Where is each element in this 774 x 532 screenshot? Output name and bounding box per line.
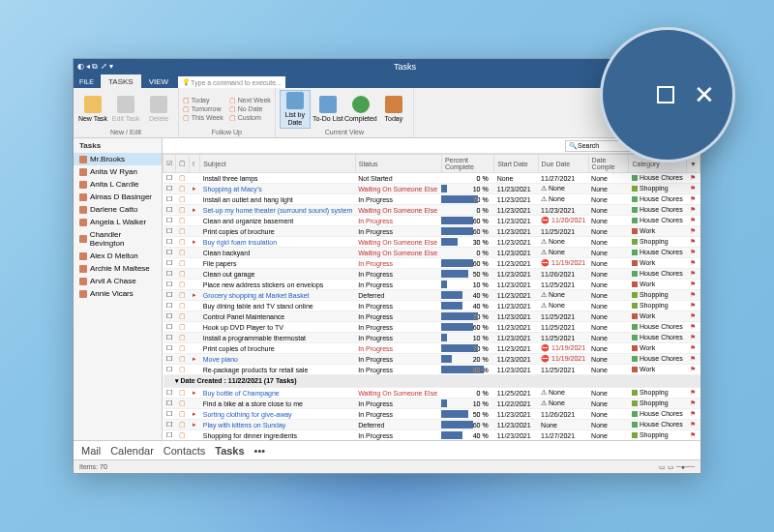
checkbox-icon[interactable]: ☐	[166, 270, 172, 277]
task-row[interactable]: ☐▢File papersIn Progress60 %11/23/2021⛔ …	[164, 258, 700, 269]
flag-icon[interactable]: ⚑	[690, 291, 696, 298]
flag-icon[interactable]: ⚑	[690, 238, 696, 245]
nav-more[interactable]: •••	[254, 445, 266, 457]
task-row[interactable]: ☐▢▸Buy bottle of ChampagneWaiting On Som…	[164, 388, 700, 399]
checkbox-icon[interactable]: ☐	[166, 399, 172, 406]
flag-icon[interactable]: ⚑	[690, 302, 696, 309]
edit-task-button[interactable]: Edit Task	[110, 90, 141, 129]
sidebar-item-person[interactable]: Chandler Bevington	[74, 228, 162, 250]
task-row[interactable]: ☐▢Find a bike at a store close to meIn P…	[164, 399, 700, 409]
checkbox-icon[interactable]: ☐	[166, 334, 172, 340]
flag-icon[interactable]: ⚑	[690, 389, 696, 396]
flag-icon[interactable]: ⚑	[690, 410, 696, 417]
task-row[interactable]: ☐▢Install a programmable thermostatIn Pr…	[164, 333, 700, 343]
flag-icon[interactable]: ⚑	[690, 174, 696, 181]
checkbox-icon[interactable]: ☐	[166, 355, 172, 362]
col-check[interactable]: ☑	[164, 155, 176, 173]
sidebar-item-person[interactable]: Almas D Basinger	[74, 191, 162, 203]
flag-icon[interactable]: ⚑	[690, 281, 696, 287]
checkbox-icon[interactable]: ☐	[166, 259, 172, 266]
command-box[interactable]: 💡 Type a command to execute...	[178, 76, 285, 88]
col-percent[interactable]: Percent Complete	[441, 155, 493, 173]
task-row[interactable]: ☐▢Buy dining table and TV stand onlineIn…	[164, 301, 700, 311]
qat[interactable]: ◐ ◂ ⧉ ⤢ ▾	[77, 62, 113, 72]
task-row[interactable]: ☐▢Re-package products for retail saleIn …	[164, 365, 700, 375]
flag-icon[interactable]: ⚑	[690, 217, 696, 223]
sidebar-item-person[interactable]: Anita L Cardle	[74, 178, 162, 191]
checkbox-icon[interactable]: ☐	[166, 389, 172, 396]
checkbox-icon[interactable]: ☐	[166, 195, 172, 202]
sidebar-item-person[interactable]: Arvil A Chase	[74, 275, 162, 287]
nav-mail[interactable]: Mail	[81, 445, 101, 457]
task-row[interactable]: ☐▢▸Grocery shopping at Market BasketDefe…	[164, 290, 700, 301]
task-row[interactable]: ☐▢Install an outlet and hang lightIn Pro…	[164, 194, 700, 205]
task-row[interactable]: ☐▢▸Sorting clothing for give-awayIn Prog…	[164, 409, 700, 420]
flag-icon[interactable]: ⚑	[690, 344, 696, 351]
flag-icon[interactable]: ⚑	[690, 399, 696, 406]
col-due[interactable]: Due Date	[538, 155, 588, 173]
task-row[interactable]: ☐▢▸Play with kittens on SundayDeferred60…	[164, 420, 700, 430]
checkbox-icon[interactable]: ☐	[166, 323, 172, 330]
maximize-icon[interactable]	[657, 86, 674, 103]
checkbox-icon[interactable]: ☐	[166, 174, 172, 181]
sidebar-item-person[interactable]: Darlene Catto	[74, 203, 162, 216]
task-row[interactable]: ☐▢Control Panel MaintenanceIn Progress70…	[164, 311, 700, 322]
checkbox-icon[interactable]: ☐	[166, 206, 172, 213]
task-row[interactable]: ☐▢Print copies of brochureIn Progress60 …	[164, 226, 700, 237]
nav-contacts[interactable]: Contacts	[164, 445, 205, 457]
task-row[interactable]: ☐▢▸Shopping at Macy'sWaiting On Someone …	[164, 184, 700, 194]
flag-icon[interactable]: ⚑	[690, 334, 696, 340]
zoom-slider[interactable]: ▭ ▭ ─●──	[659, 463, 695, 471]
file-tab[interactable]: FILE	[74, 74, 101, 88]
task-row[interactable]: ☐▢Clean out garageIn Progress50 %11/23/2…	[164, 269, 700, 280]
col-priority[interactable]: !	[190, 155, 200, 173]
flag-icon[interactable]: ⚑	[690, 270, 696, 277]
flag-icon[interactable]: ⚑	[690, 227, 696, 234]
flag-icon[interactable]: ⚑	[690, 206, 696, 213]
today-button[interactable]: Today	[378, 90, 409, 129]
delete-button[interactable]: Delete	[143, 90, 174, 129]
sidebar-item-person[interactable]: Angela L Walker	[74, 216, 162, 228]
completed-button[interactable]: Completed	[345, 90, 376, 129]
flag-icon[interactable]: ⚑	[690, 249, 696, 255]
sidebar-item-person[interactable]: Anita W Ryan	[74, 165, 162, 178]
flag-icon[interactable]: ⚑	[690, 185, 696, 192]
sidebar-item-person[interactable]: Archie M Maltese	[74, 262, 162, 275]
task-row[interactable]: ☐▢Print copies of brochureIn Progress70 …	[164, 343, 700, 354]
checkbox-icon[interactable]: ☐	[166, 227, 172, 234]
task-row[interactable]: ☐▢Install three lampsNot Started0 %None1…	[164, 173, 700, 184]
checkbox-icon[interactable]: ☐	[166, 291, 172, 298]
flag-icon[interactable]: ⚑	[690, 421, 696, 428]
close-icon[interactable]: ✕	[694, 80, 715, 110]
col-start[interactable]: Start Date	[494, 155, 538, 173]
col-status[interactable]: Status	[355, 155, 441, 173]
sidebar-item-person[interactable]: Mr.Brooks	[74, 153, 162, 165]
task-row[interactable]: ☐▢Clean backyardWaiting On Someone Else0…	[164, 248, 700, 258]
flag-icon[interactable]: ⚑	[690, 431, 696, 438]
flag-icon[interactable]: ⚑	[690, 323, 696, 330]
followup-options[interactable]: TodayNext Week TomorrowNo Date This Week…	[183, 97, 271, 122]
checkbox-icon[interactable]: ☐	[166, 249, 172, 255]
sidebar-item-person[interactable]: Alex D Melton	[74, 250, 162, 262]
checkbox-icon[interactable]: ☐	[166, 185, 172, 192]
sidebar-item-person[interactable]: Annie Vicars	[74, 287, 162, 300]
col-icon[interactable]: ▢	[176, 155, 190, 173]
checkbox-icon[interactable]: ☐	[166, 410, 172, 417]
tab-tasks[interactable]: TASKS	[101, 74, 141, 88]
flag-icon[interactable]: ⚑	[690, 355, 696, 362]
nav-tasks[interactable]: Tasks	[215, 445, 244, 457]
task-row[interactable]: ☐▢Place new address stickers on envelops…	[164, 280, 700, 290]
flag-icon[interactable]: ⚑	[690, 312, 696, 319]
checkbox-icon[interactable]: ☐	[166, 217, 172, 223]
checkbox-icon[interactable]: ☐	[166, 238, 172, 245]
checkbox-icon[interactable]: ☐	[166, 312, 172, 319]
tab-view[interactable]: VIEW	[141, 74, 176, 88]
checkbox-icon[interactable]: ☐	[166, 421, 172, 428]
list-by-date-button[interactable]: List by Date	[280, 90, 311, 129]
task-row[interactable]: ☐▢Hook up DVD Player to TVIn Progress60 …	[164, 322, 700, 333]
task-row[interactable]: ☐▢Shopping for dinner ingredientsIn Prog…	[164, 430, 700, 441]
flag-icon[interactable]: ⚑	[690, 366, 696, 372]
flag-icon[interactable]: ⚑	[690, 259, 696, 266]
group-header[interactable]: ▾ Date Created : 11/22/2021 (17 Tasks)	[164, 375, 700, 388]
checkbox-icon[interactable]: ☐	[166, 281, 172, 287]
